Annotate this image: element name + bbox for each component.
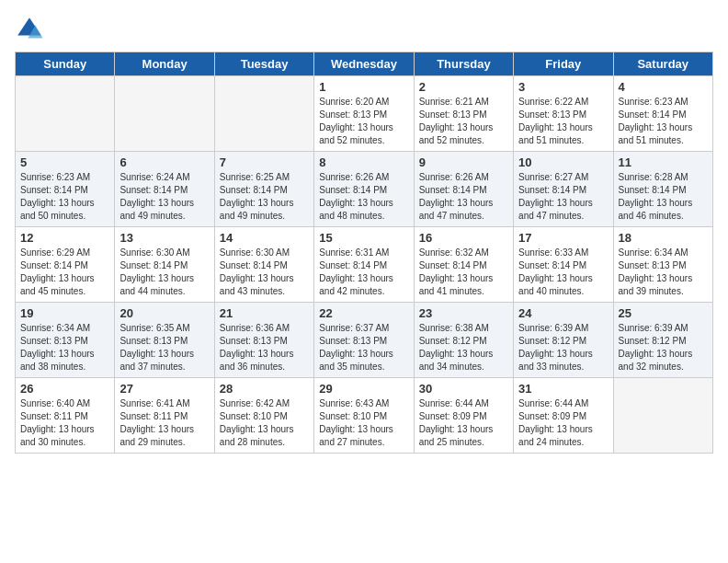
col-header-wednesday: Wednesday [314,52,414,76]
calendar-day-cell: 31Sunrise: 6:44 AM Sunset: 8:09 PM Dayli… [514,378,613,454]
calendar-table: SundayMondayTuesdayWednesdayThursdayFrid… [15,52,713,454]
calendar-empty-cell [214,76,313,152]
day-number: 10 [518,155,608,169]
day-info: Sunrise: 6:33 AM Sunset: 8:14 PM Dayligh… [518,247,608,298]
day-info: Sunrise: 6:20 AM Sunset: 8:13 PM Dayligh… [319,96,408,147]
calendar-day-cell: 23Sunrise: 6:38 AM Sunset: 8:12 PM Dayli… [414,303,513,378]
calendar-day-cell: 21Sunrise: 6:36 AM Sunset: 8:13 PM Dayli… [214,303,313,378]
calendar-day-cell: 30Sunrise: 6:44 AM Sunset: 8:09 PM Dayli… [414,378,513,454]
day-number: 23 [419,306,508,320]
calendar-day-cell: 19Sunrise: 6:34 AM Sunset: 8:13 PM Dayli… [16,303,115,378]
page-header [15,15,713,44]
calendar-empty-cell [613,378,712,454]
day-info: Sunrise: 6:43 AM Sunset: 8:10 PM Dayligh… [319,397,408,449]
day-number: 22 [319,306,408,320]
day-info: Sunrise: 6:40 AM Sunset: 8:11 PM Dayligh… [20,397,109,449]
day-info: Sunrise: 6:39 AM Sunset: 8:12 PM Dayligh… [619,322,708,373]
calendar-day-cell: 7Sunrise: 6:25 AM Sunset: 8:14 PM Daylig… [214,152,313,227]
calendar-day-cell: 12Sunrise: 6:29 AM Sunset: 8:14 PM Dayli… [16,227,115,303]
logo [15,15,48,44]
col-header-monday: Monday [115,52,214,76]
day-info: Sunrise: 6:28 AM Sunset: 8:14 PM Dayligh… [619,171,708,223]
day-number: 15 [319,231,408,245]
day-number: 30 [419,382,508,396]
day-info: Sunrise: 6:42 AM Sunset: 8:10 PM Dayligh… [220,397,309,449]
day-info: Sunrise: 6:37 AM Sunset: 8:13 PM Dayligh… [319,322,408,373]
day-number: 25 [619,306,708,320]
day-number: 6 [119,155,209,169]
calendar-day-cell: 22Sunrise: 6:37 AM Sunset: 8:13 PM Dayli… [314,303,414,378]
day-number: 31 [518,382,608,396]
calendar-day-cell: 6Sunrise: 6:24 AM Sunset: 8:14 PM Daylig… [115,152,214,227]
day-number: 21 [220,306,309,320]
day-number: 13 [119,231,209,245]
calendar-empty-cell [16,76,115,152]
calendar-week-row: 5Sunrise: 6:23 AM Sunset: 8:14 PM Daylig… [16,152,713,227]
calendar-day-cell: 26Sunrise: 6:40 AM Sunset: 8:11 PM Dayli… [16,378,115,454]
day-info: Sunrise: 6:26 AM Sunset: 8:14 PM Dayligh… [419,171,508,223]
calendar-header-row: SundayMondayTuesdayWednesdayThursdayFrid… [16,52,713,76]
day-number: 2 [419,80,508,94]
day-info: Sunrise: 6:23 AM Sunset: 8:14 PM Dayligh… [619,96,708,147]
day-info: Sunrise: 6:30 AM Sunset: 8:14 PM Dayligh… [119,247,209,298]
calendar-day-cell: 29Sunrise: 6:43 AM Sunset: 8:10 PM Dayli… [314,378,414,454]
day-info: Sunrise: 6:35 AM Sunset: 8:13 PM Dayligh… [119,322,209,373]
calendar-day-cell: 1Sunrise: 6:20 AM Sunset: 8:13 PM Daylig… [314,76,414,152]
calendar-day-cell: 2Sunrise: 6:21 AM Sunset: 8:13 PM Daylig… [414,76,513,152]
day-info: Sunrise: 6:27 AM Sunset: 8:14 PM Dayligh… [518,171,608,223]
day-number: 14 [220,231,309,245]
day-info: Sunrise: 6:34 AM Sunset: 8:13 PM Dayligh… [619,247,708,298]
col-header-saturday: Saturday [613,52,712,76]
day-info: Sunrise: 6:39 AM Sunset: 8:12 PM Dayligh… [518,322,608,373]
day-number: 18 [619,231,708,245]
calendar-day-cell: 17Sunrise: 6:33 AM Sunset: 8:14 PM Dayli… [514,227,613,303]
day-number: 4 [619,80,708,94]
day-number: 17 [518,231,608,245]
calendar-day-cell: 3Sunrise: 6:22 AM Sunset: 8:13 PM Daylig… [514,76,613,152]
calendar-day-cell: 4Sunrise: 6:23 AM Sunset: 8:14 PM Daylig… [613,76,712,152]
day-number: 7 [220,155,309,169]
day-info: Sunrise: 6:41 AM Sunset: 8:11 PM Dayligh… [119,397,209,449]
day-info: Sunrise: 6:21 AM Sunset: 8:13 PM Dayligh… [419,96,508,147]
col-header-sunday: Sunday [16,52,115,76]
col-header-thursday: Thursday [414,52,513,76]
calendar-day-cell: 13Sunrise: 6:30 AM Sunset: 8:14 PM Dayli… [115,227,214,303]
calendar-day-cell: 9Sunrise: 6:26 AM Sunset: 8:14 PM Daylig… [414,152,513,227]
calendar-day-cell: 25Sunrise: 6:39 AM Sunset: 8:12 PM Dayli… [613,303,712,378]
day-number: 29 [319,382,408,396]
day-number: 26 [20,382,109,396]
calendar-day-cell: 10Sunrise: 6:27 AM Sunset: 8:14 PM Dayli… [514,152,613,227]
day-number: 24 [518,306,608,320]
day-number: 8 [319,155,408,169]
day-info: Sunrise: 6:36 AM Sunset: 8:13 PM Dayligh… [220,322,309,373]
day-info: Sunrise: 6:38 AM Sunset: 8:12 PM Dayligh… [419,322,508,373]
day-info: Sunrise: 6:34 AM Sunset: 8:13 PM Dayligh… [20,322,109,373]
day-info: Sunrise: 6:44 AM Sunset: 8:09 PM Dayligh… [518,397,608,449]
calendar-day-cell: 27Sunrise: 6:41 AM Sunset: 8:11 PM Dayli… [115,378,214,454]
calendar-day-cell: 8Sunrise: 6:26 AM Sunset: 8:14 PM Daylig… [314,152,414,227]
calendar-day-cell: 14Sunrise: 6:30 AM Sunset: 8:14 PM Dayli… [214,227,313,303]
day-info: Sunrise: 6:29 AM Sunset: 8:14 PM Dayligh… [20,247,109,298]
calendar-day-cell: 15Sunrise: 6:31 AM Sunset: 8:14 PM Dayli… [314,227,414,303]
day-info: Sunrise: 6:24 AM Sunset: 8:14 PM Dayligh… [119,171,209,223]
day-info: Sunrise: 6:22 AM Sunset: 8:13 PM Dayligh… [518,96,608,147]
calendar-week-row: 19Sunrise: 6:34 AM Sunset: 8:13 PM Dayli… [16,303,713,378]
calendar-day-cell: 20Sunrise: 6:35 AM Sunset: 8:13 PM Dayli… [115,303,214,378]
day-info: Sunrise: 6:23 AM Sunset: 8:14 PM Dayligh… [20,171,109,223]
day-number: 5 [20,155,109,169]
calendar-day-cell: 18Sunrise: 6:34 AM Sunset: 8:13 PM Dayli… [613,227,712,303]
col-header-friday: Friday [514,52,613,76]
day-number: 20 [119,306,209,320]
day-info: Sunrise: 6:31 AM Sunset: 8:14 PM Dayligh… [319,247,408,298]
day-number: 27 [119,382,209,396]
calendar-day-cell: 24Sunrise: 6:39 AM Sunset: 8:12 PM Dayli… [514,303,613,378]
day-info: Sunrise: 6:32 AM Sunset: 8:14 PM Dayligh… [419,247,508,298]
calendar-week-row: 1Sunrise: 6:20 AM Sunset: 8:13 PM Daylig… [16,76,713,152]
calendar-day-cell: 16Sunrise: 6:32 AM Sunset: 8:14 PM Dayli… [414,227,513,303]
logo-icon [15,15,44,44]
calendar-day-cell: 28Sunrise: 6:42 AM Sunset: 8:10 PM Dayli… [214,378,313,454]
calendar-day-cell: 11Sunrise: 6:28 AM Sunset: 8:14 PM Dayli… [613,152,712,227]
calendar-day-cell: 5Sunrise: 6:23 AM Sunset: 8:14 PM Daylig… [16,152,115,227]
col-header-tuesday: Tuesday [214,52,313,76]
day-info: Sunrise: 6:44 AM Sunset: 8:09 PM Dayligh… [419,397,508,449]
